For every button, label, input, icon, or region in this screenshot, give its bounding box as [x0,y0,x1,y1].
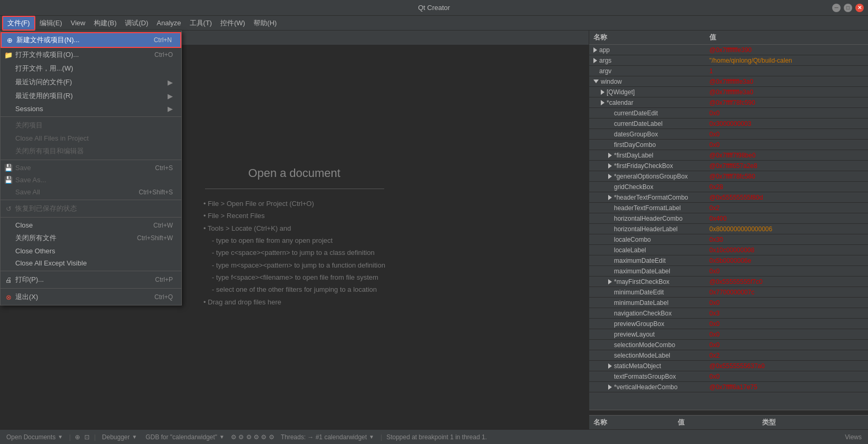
expand-right-icon[interactable] [608,195,612,200]
menu-save[interactable]: 💾 Save Ctrl+S [1,162,181,174]
table-row[interactable]: app@0x7fffffffe390 [589,45,868,55]
menu-help[interactable]: 帮助(H) [249,17,281,29]
menu-open-file-project[interactable]: 📁 打开文件或项目(O)... Ctrl+O [1,48,181,62]
menu-save-as[interactable]: 💾 Save As... [1,174,181,186]
menu-file[interactable]: 文件(F) [2,16,35,31]
expand-right-icon[interactable] [593,47,597,53]
expand-right-icon[interactable] [593,58,597,63]
table-row[interactable]: firstDayCombo0x0 [589,140,868,150]
menu-open-file-with[interactable]: 打开文件，用...(W) [1,62,181,75]
close-all-except-label: Close All Except Visible [15,259,87,267]
menu-edit[interactable]: 编辑(E) [35,17,66,29]
new-file-label: 新建文件或项目(N)... [16,35,80,45]
recent-files-label: 最近访问的文件(F) [15,77,72,87]
table-row[interactable]: previewGroupBox0x0 [589,319,868,329]
expand-right-icon[interactable] [608,363,612,369]
menu-view[interactable]: View [66,17,90,28]
table-row[interactable]: previewLayout0x0 [589,329,868,340]
table-row[interactable]: headerTextFormatLabel0x2 [589,203,868,213]
menu-new-file[interactable]: ⊕ 新建文件或项目(N)... Ctrl+N [1,32,181,48]
status-threads[interactable]: Threads: → #1 calendarwidget ▼ [279,432,376,442]
menu-recent-projects[interactable]: 最近使用的项目(R) ▶ [1,89,181,103]
menu-print[interactable]: 🖨 打印(P)... Ctrl+P [1,273,181,287]
status-threads-arrow: ▼ [369,434,374,440]
table-row[interactable]: *calendar@0x7ffff78fc590 [589,97,868,108]
right-panel-table: app@0x7fffffffe390 args"/home/qinlong/Qt… [589,45,868,410]
table-row[interactable]: staticMetaObject@0x5555555637a0 [589,361,868,371]
rp-row-value: 0x28 [709,183,864,191]
table-row[interactable]: args"/home/qinlong/Qt/build-calen [589,55,868,66]
table-row[interactable]: *mayFirstCheckBox@0x55555555f7c0 [589,277,868,287]
table-row[interactable]: localeLabel0x10c00000008 [589,245,868,255]
table-row[interactable]: selectionModeCombo0x0 [589,340,868,350]
table-row[interactable]: *generalOptionsGroupBox@0x7ffff78fc580 [589,171,868,182]
minimize-button[interactable]: ─ [832,4,841,12]
table-row[interactable]: *firstDayLabel@0x7ffff7f98be0 [589,150,868,161]
table-row[interactable]: horizontalHeaderLabel0x8000000000000006 [589,224,868,234]
table-row[interactable]: maximumDateEdit0x5b0000006e [589,255,868,266]
divider-4 [1,217,181,218]
menu-close-all-files-project[interactable]: Close All Files in Project [1,132,181,144]
table-row[interactable]: navigationCheckBox0x3 [589,308,868,319]
close-others-label: Close Others [15,247,55,255]
rp-footer-name: 名称 [593,418,678,427]
menu-recent-files[interactable]: 最近访问的文件(F) ▶ [1,75,181,89]
table-row[interactable]: horizontalHeaderCombo0x400 [589,213,868,224]
window-controls: ─ □ ✕ [832,4,864,12]
expand-right-icon[interactable] [608,153,612,158]
menu-close-others[interactable]: Close Others [1,245,181,257]
table-row[interactable]: datesGroupBox0x0 [589,129,868,140]
right-panel-scrollbar[interactable] [589,410,868,415]
menu-build[interactable]: 构建(B) [90,17,121,29]
expand-right-icon[interactable] [601,90,604,95]
menu-save-all[interactable]: Save All Ctrl+Shift+S [1,186,181,198]
expand-right-icon[interactable] [608,279,612,284]
close-button[interactable]: ✕ [855,4,864,12]
table-row[interactable]: minimumDateEdit0x7700000007c [589,287,868,298]
table-row[interactable]: currentDateLabel0x3000000003 [589,119,868,129]
open-document-hints: File > Open File or Project (Ctrl+O) Fil… [203,198,385,309]
table-row[interactable]: *verticalHeaderCombo@0x7ffff6a17e75 [589,382,868,392]
table-row[interactable]: currentDateEdit0x0 [589,108,868,119]
table-row[interactable]: maximumDateLabel0x0 [589,266,868,277]
menu-close[interactable]: Close Ctrl+W [1,219,181,231]
menu-close-all-except[interactable]: Close All Except Visible [1,257,181,269]
table-row[interactable]: localeCombo0x30 [589,234,868,245]
menu-tools[interactable]: 工具(T) [186,17,217,29]
menu-exit[interactable]: ⊗ 退出(X) Ctrl+Q [1,290,181,304]
table-row[interactable]: window@0x7ffffffffe3a0 [589,76,868,87]
status-debugger[interactable]: Debugger ▼ [100,432,140,442]
rp-row-name: [QWidget] [593,88,709,96]
rp-row-value: @0x7ffff657a2e8 [709,162,864,170]
rp-row-name: maximumDateEdit [593,257,709,264]
expand-right-icon[interactable] [608,174,612,179]
table-row[interactable]: textFormatsGroupBox0x0 [589,371,868,382]
status-open-docs[interactable]: Open Documents ▼ [4,432,65,442]
table-row[interactable]: gridCheckBox0x28 [589,182,868,192]
menu-close-project[interactable]: 关闭项目 [1,119,181,132]
table-row[interactable]: *firstFridayCheckBox@0x7ffff657a2e8 [589,161,868,171]
expand-down-icon[interactable] [593,80,599,83]
menu-close-all-editors[interactable]: 关闭所有项目和编辑器 [1,144,181,158]
rp-row-name: *headerTextFormatCombo [593,194,709,201]
menu-control[interactable]: 控件(W) [216,17,249,29]
maximize-button[interactable]: □ [844,4,852,12]
expand-right-icon[interactable] [601,100,604,105]
expand-right-icon[interactable] [608,163,612,169]
table-row[interactable]: argv1 [589,66,868,76]
expand-right-icon[interactable] [608,384,612,390]
table-row[interactable]: *headerTextFormatCombo@0x55555555f80d [589,192,868,203]
status-gdb[interactable]: GDB for "calendarwidget" ▼ [143,432,227,442]
menu-sessions[interactable]: Sessions ▶ [1,103,181,115]
menu-restore-state[interactable]: ↺ 恢复到已保存的状态 [1,202,181,215]
table-row[interactable]: [QWidget]@0x7ffffffffe3a0 [589,87,868,97]
table-row[interactable]: minimumDateLabel0x0 [589,298,868,308]
menu-debug[interactable]: 调试(D) [121,17,152,29]
menu-analyze[interactable]: Analyze [152,17,185,28]
menu-close-all[interactable]: 关闭所有文件 Ctrl+Shift+W [1,231,181,245]
table-row[interactable]: selectionModeLabel0x2 [589,350,868,361]
status-views[interactable]: Views [843,432,864,442]
rp-row-name: previewGroupBox [593,320,709,328]
divider-6 [1,288,181,289]
close-all-label: 关闭所有文件 [15,233,56,243]
